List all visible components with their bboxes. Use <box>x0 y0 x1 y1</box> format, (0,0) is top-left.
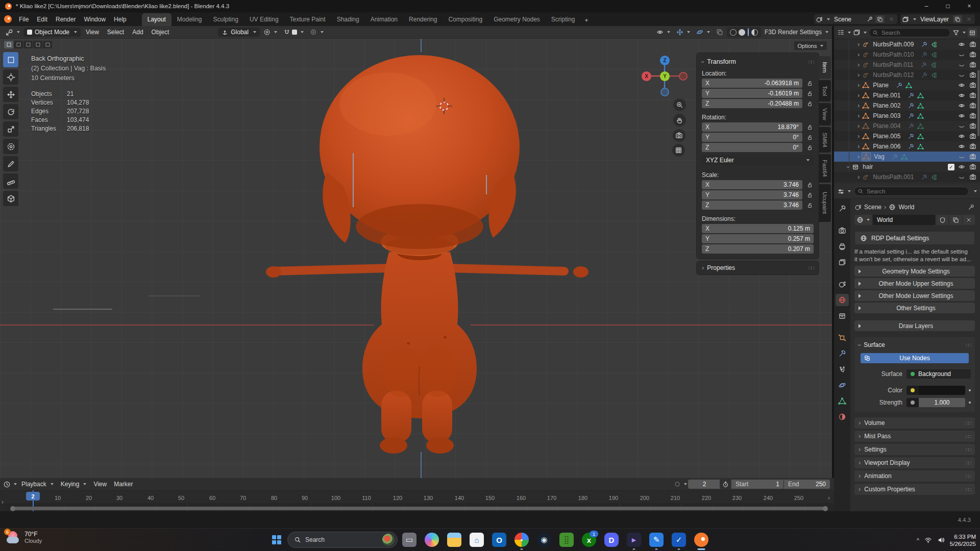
mesh-data-icon[interactable] <box>916 142 924 151</box>
outliner-search-input[interactable] <box>869 28 950 37</box>
select-mode-button[interactable] <box>4 41 13 48</box>
render-visibility-camera-icon[interactable] <box>969 142 977 151</box>
properties-tab[interactable] <box>836 256 849 268</box>
properties-tab[interactable] <box>836 363 849 375</box>
tray-expand-chevron[interactable]: ^ <box>917 537 919 543</box>
sidebar-tab[interactable]: Fast64 <box>819 154 831 183</box>
search-highlight-image[interactable] <box>382 534 395 546</box>
workspace-tab[interactable]: Compositing <box>443 13 488 26</box>
sidebar-tab[interactable]: View <box>819 103 831 126</box>
expand-chevron-icon[interactable]: › <box>857 143 860 149</box>
workspace-tab[interactable]: Shading <box>331 13 365 26</box>
taskbar-app-button[interactable]: ⣿ <box>558 532 575 548</box>
render-visibility-camera-icon[interactable] <box>969 102 977 110</box>
start-button[interactable] <box>270 533 284 547</box>
outliner-row[interactable]: › NurbsPath.009 <box>834 39 980 49</box>
panel-grip-icon[interactable]: ∷∷ <box>965 447 971 453</box>
taskbar-app-button[interactable]: ⌂ <box>469 532 485 548</box>
location-field[interactable]: Y-0.16019 m <box>702 89 802 98</box>
fake-user-shield-button[interactable] <box>936 215 948 225</box>
panel-grip-icon[interactable]: ∷∷ <box>808 59 814 65</box>
transform-panel-header[interactable]: ›Transform∷∷ <box>702 56 814 67</box>
surface-shader-selector[interactable]: Background <box>906 369 971 379</box>
end-frame-field[interactable]: End250 <box>784 480 830 489</box>
pivot-point-button[interactable] <box>261 28 280 37</box>
strength-input-socket[interactable] <box>906 398 919 407</box>
render-visibility-camera-icon[interactable] <box>969 91 977 99</box>
render-visibility-camera-icon[interactable] <box>969 81 977 89</box>
outliner-row[interactable]: › NurbsPath.010 <box>834 49 980 60</box>
eye-closed-icon[interactable] <box>958 122 966 130</box>
collapsed-panel[interactable]: ›Settings∷∷ <box>854 444 975 455</box>
eye-open-icon[interactable] <box>958 91 966 99</box>
modifier-wrench-icon[interactable] <box>906 122 915 130</box>
viewport-options-button[interactable]: Options <box>794 41 827 50</box>
sidebar-tab[interactable]: Ucupaint <box>819 184 831 222</box>
viewport-menu-item[interactable]: View <box>82 27 103 37</box>
outliner-row[interactable]: › Plane.004 <box>834 121 980 131</box>
scrollbar-right-handle[interactable] <box>823 506 828 511</box>
workspace-tab[interactable]: UV Editing <box>244 13 284 26</box>
scrollbar-left-handle[interactable] <box>10 506 15 511</box>
taskbar-app-button[interactable] <box>446 532 462 548</box>
animate-dot[interactable] <box>969 402 971 404</box>
wifi-icon[interactable] <box>924 536 932 544</box>
timeline-editor-type-button[interactable] <box>3 481 17 488</box>
expand-chevron-icon[interactable]: › <box>857 92 860 98</box>
gizmos-dropdown[interactable] <box>674 28 693 37</box>
taskbar-search[interactable]: Search <box>287 532 398 548</box>
tool-button[interactable] <box>3 191 18 206</box>
remove-viewlayer-button[interactable] <box>964 15 973 23</box>
start-frame-field[interactable]: Start1 <box>731 480 783 489</box>
outliner-row[interactable]: › Vag <box>834 152 980 162</box>
properties-tab[interactable] <box>836 224 849 237</box>
render-visibility-camera-icon[interactable] <box>969 51 977 59</box>
pan-button[interactable] <box>673 114 686 127</box>
panel-grip-icon[interactable]: ∷∷ <box>965 487 971 492</box>
modifier-wrench-icon[interactable] <box>920 173 928 181</box>
properties-tab[interactable] <box>836 278 849 290</box>
render-visibility-camera-icon[interactable] <box>969 40 977 48</box>
overlays-dropdown[interactable] <box>694 28 713 37</box>
object-name[interactable]: Plane.006 <box>873 143 900 150</box>
expand-chevron-icon[interactable]: › <box>857 51 860 58</box>
eye-closed-icon[interactable] <box>958 71 966 79</box>
modifier-wrench-icon[interactable] <box>891 153 899 161</box>
taskbar-app-button[interactable]: ● <box>513 532 530 548</box>
properties-search-input[interactable] <box>854 187 969 196</box>
outliner-row[interactable]: › NurbsPath.001 <box>834 172 980 182</box>
outliner-editor-type-button[interactable] <box>837 29 851 36</box>
mesh-data-icon[interactable] <box>900 153 909 161</box>
eye-closed-icon[interactable] <box>958 61 966 69</box>
tool-button[interactable] <box>3 104 18 119</box>
expand-chevron-icon[interactable]: › <box>857 122 860 129</box>
outliner-row[interactable]: › Plane <box>834 80 980 90</box>
taskbar-app-button[interactable]: D <box>603 532 620 548</box>
sidebar-tab[interactable]: Tool <box>819 80 831 102</box>
modifier-wrench-icon[interactable] <box>920 51 928 59</box>
world-datablock-name[interactable]: World <box>873 215 935 225</box>
tool-button[interactable] <box>3 121 18 137</box>
orientation-selector[interactable]: Global <box>218 28 260 37</box>
mesh-data-icon[interactable] <box>916 132 924 140</box>
mesh-data-icon[interactable] <box>904 81 913 89</box>
sidebar-tab[interactable]: Item <box>819 56 831 79</box>
volume-icon[interactable] <box>937 536 945 544</box>
lock-icon[interactable] <box>805 144 814 151</box>
panel-grip-icon[interactable]: ∷∷ <box>965 460 971 466</box>
render-visibility-camera-icon[interactable] <box>969 173 977 181</box>
geometry-nodes-icon[interactable] <box>929 173 938 181</box>
render-visibility-camera-icon[interactable] <box>969 163 977 171</box>
viewport-menu-item[interactable]: Object <box>148 27 174 37</box>
pin-icon[interactable] <box>867 16 873 22</box>
select-mode-button[interactable] <box>43 41 52 48</box>
snap-toggle-button[interactable] <box>281 28 306 37</box>
tool-button[interactable] <box>3 173 18 189</box>
tool-button[interactable] <box>3 139 18 154</box>
auto-keying-button[interactable] <box>674 481 687 488</box>
panel-grip-icon[interactable]: ∷∷ <box>808 265 814 271</box>
expand-chevron-icon[interactable]: › <box>857 102 860 109</box>
gizmo-x-negative[interactable] <box>679 72 688 81</box>
outliner-filter-button[interactable] <box>952 29 966 36</box>
eye-open-icon[interactable] <box>958 132 966 140</box>
